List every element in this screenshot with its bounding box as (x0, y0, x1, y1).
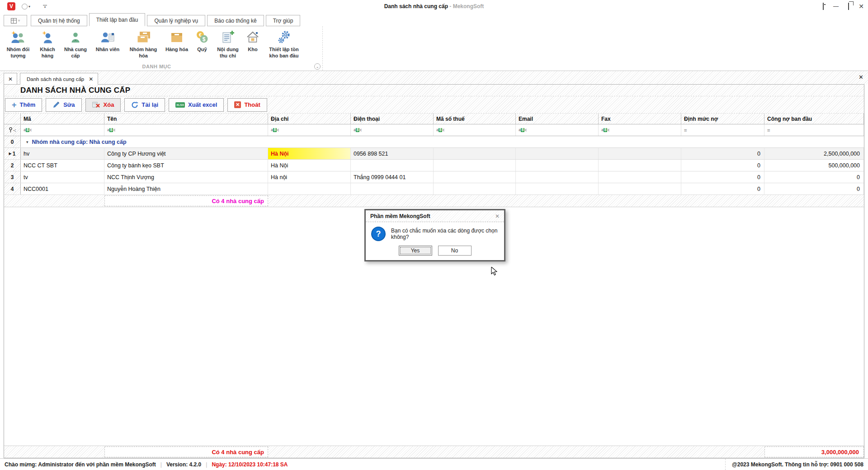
ribbon-tab-thiet-lap-ban-dau[interactable]: Thiết lập ban đầu (89, 13, 146, 26)
filter-cell-dia-chi[interactable]: aBc (268, 124, 351, 136)
exit-button[interactable]: ✕ Thoát (227, 98, 267, 112)
cell-email[interactable] (516, 183, 599, 195)
cell-fax[interactable] (599, 171, 681, 183)
close-all-tabs-button[interactable]: ✕ (4, 73, 17, 85)
cell-dinh-muc-no[interactable]: 0 (681, 171, 764, 183)
cell-ma[interactable]: hv (21, 148, 104, 159)
cell-ma-so-thue[interactable] (434, 160, 516, 171)
table-row[interactable]: 3 tv NCC Thịnh Vượng Hà nội Thắng 0999 0… (4, 171, 864, 183)
column-header-email[interactable]: Email (516, 114, 599, 124)
cell-dia-chi[interactable] (268, 183, 351, 195)
ribbon-item-thiet-lap-ton-kho[interactable]: Thiết lập tồn kho ban đầu (262, 29, 306, 64)
cell-dien-thoai[interactable] (351, 183, 434, 195)
edit-button[interactable]: Sửa (46, 98, 81, 112)
cell-cong-no[interactable]: 2,500,000,000 (764, 148, 864, 159)
cell-ma-so-thue[interactable] (434, 148, 516, 159)
cell-ma-so-thue[interactable] (434, 171, 516, 183)
column-header-fax[interactable]: Fax (599, 114, 681, 124)
separator: | (206, 461, 207, 468)
filter-cell-dien-thoai[interactable]: aBc (351, 124, 434, 136)
yes-button[interactable]: Yes (399, 246, 432, 256)
dialog-close-icon[interactable]: ✕ (495, 213, 500, 219)
ribbon-item-nha-cung-cap[interactable]: Nhà cung cấp (61, 29, 90, 64)
panel-close-icon[interactable]: ✕ (859, 74, 863, 81)
filter-cell-ma-so-thue[interactable]: aBc (434, 124, 516, 136)
cell-dinh-muc-no[interactable]: 0 (681, 148, 764, 159)
close-tab-icon[interactable]: ✕ (89, 76, 93, 82)
column-header-dia-chi[interactable]: Địa chỉ (268, 114, 351, 124)
column-header-ma[interactable]: Mã (21, 114, 104, 124)
ribbon-item-noi-dung-thu-chi[interactable]: Nội dung thu chi (212, 29, 243, 64)
cell-ten[interactable]: Công ty CP Hương việt (104, 148, 268, 159)
cell-email[interactable] (516, 171, 599, 183)
group-row[interactable]: 0 ▾ Nhóm nhà cung cấp: Nhà cung cấp (4, 136, 864, 148)
cell-email[interactable] (516, 148, 599, 159)
ribbon-tab-bao-cao-thong-ke[interactable]: Báo cáo thống kê (207, 15, 264, 26)
ribbon-item-nhan-vien[interactable]: Nhân viên (90, 29, 125, 64)
quick-access-avatar[interactable]: ▾ (15, 4, 30, 9)
column-header-cong-no-ban-dau[interactable]: Công nợ ban đầu (764, 114, 864, 124)
cell-fax[interactable] (599, 148, 681, 159)
column-header-ten[interactable]: Tên (104, 114, 268, 124)
column-header-dinh-muc-no[interactable]: Định mức nợ (681, 114, 764, 124)
cell-dien-thoai[interactable]: 0956 898 521 (351, 148, 434, 159)
cell-dinh-muc-no[interactable]: 0 (681, 183, 764, 195)
dialog-title-bar[interactable]: Phần mềm MekongSoft ✕ (366, 210, 504, 222)
cell-cong-no[interactable]: 0 (764, 183, 864, 195)
cell-dia-chi[interactable]: Hà nội (268, 171, 351, 183)
filter-cell-fax[interactable]: aBc (599, 124, 681, 136)
ribbon-group-dialog-launcher[interactable]: ⌄ (314, 63, 321, 70)
cell-ma-so-thue[interactable] (434, 183, 516, 195)
reload-button[interactable]: Tải lại (124, 98, 165, 112)
ribbon-item-kho[interactable]: Kho (243, 29, 262, 64)
ribbon-item-hang-hoa[interactable]: Hàng hóa (162, 29, 192, 64)
ribbon-item-khach-hang[interactable]: Khách hàng (34, 29, 61, 64)
column-header-dien-thoai[interactable]: Điện thoại (351, 114, 434, 124)
app-logo-icon[interactable]: V (7, 2, 15, 10)
ribbon-item-nhom-doi-tuong[interactable]: Nhóm đối tượng (2, 29, 34, 64)
cell-ten[interactable]: Nguyễn Hoàng Thiện (104, 183, 268, 195)
no-button[interactable]: No (438, 246, 472, 256)
cell-dia-chi[interactable]: Hà Nội (268, 160, 351, 171)
cell-dien-thoai[interactable] (351, 160, 434, 171)
cell-ma[interactable]: NCC CT SBT (21, 160, 104, 171)
restore-button[interactable] (845, 3, 852, 9)
add-button[interactable]: + Thêm (5, 98, 42, 112)
cell-dinh-muc-no[interactable]: 0 (681, 160, 764, 171)
ribbon-item-nhom-hang-hoa[interactable]: Nhóm hàng hóa (125, 29, 162, 64)
cell-ma[interactable]: tv (21, 171, 104, 183)
filter-cell-ten[interactable]: aBc (104, 124, 268, 136)
cell-dien-thoai[interactable]: Thắng 0999 0444 01 (351, 171, 434, 183)
table-row[interactable]: 4 NCC0001 Nguyễn Hoàng Thiện 0 0 (4, 183, 864, 195)
cell-dia-chi-highlighted[interactable]: Hà Nội (268, 148, 351, 159)
cell-email[interactable] (516, 160, 599, 171)
table-row[interactable]: 2 NCC CT SBT Công ty bánh kẹo SBT Hà Nội… (4, 160, 864, 171)
filter-cell-cong-no[interactable]: = (764, 124, 864, 136)
ribbon-item-quy[interactable]: € $ Quỹ (192, 29, 212, 64)
delete-button[interactable]: Xóa (85, 98, 121, 112)
ribbon-tab-quan-ly-nghiep-vu[interactable]: Quản lý nghiệp vụ (147, 15, 205, 26)
cell-cong-no[interactable]: 500,000,000 (764, 160, 864, 171)
export-excel-button[interactable]: XLSX Xuất excel (169, 98, 224, 112)
quick-access-customize-button[interactable]: ▾ (43, 5, 47, 8)
minimize-button[interactable]: — (833, 3, 839, 9)
cell-fax[interactable] (599, 160, 681, 171)
filter-cell-ma[interactable]: aBc (21, 124, 104, 136)
document-tab-active[interactable]: Danh sách nhà cung cấp ✕ (20, 73, 98, 85)
app-menu-button[interactable]: ▿ (4, 15, 27, 26)
cell-cong-no[interactable]: 0 (764, 171, 864, 183)
cell-ten[interactable]: NCC Thịnh Vượng (104, 171, 268, 183)
fullscreen-button[interactable] (820, 3, 826, 9)
filter-cell-dinh-muc-no[interactable]: = (681, 124, 764, 136)
ribbon-group-label: DANH MỤC (0, 64, 313, 69)
table-row[interactable]: ▶1 hv Công ty CP Hương việt Hà Nội 0956 … (4, 148, 864, 160)
cell-ma[interactable]: NCC0001 (21, 183, 104, 195)
collapse-arrow-icon[interactable]: ▾ (26, 140, 28, 144)
ribbon-tab-quan-tri-he-thong[interactable]: Quản trị hệ thống (31, 15, 87, 26)
filter-cell-email[interactable]: aBc (516, 124, 599, 136)
column-header-ma-so-thue[interactable]: Mã số thuế (434, 114, 516, 124)
cell-ten[interactable]: Công ty bánh kẹo SBT (104, 160, 268, 171)
close-button[interactable]: ✕ (858, 3, 864, 10)
cell-fax[interactable] (599, 183, 681, 195)
ribbon-tab-tro-giup[interactable]: Trợ giúp (266, 15, 301, 26)
